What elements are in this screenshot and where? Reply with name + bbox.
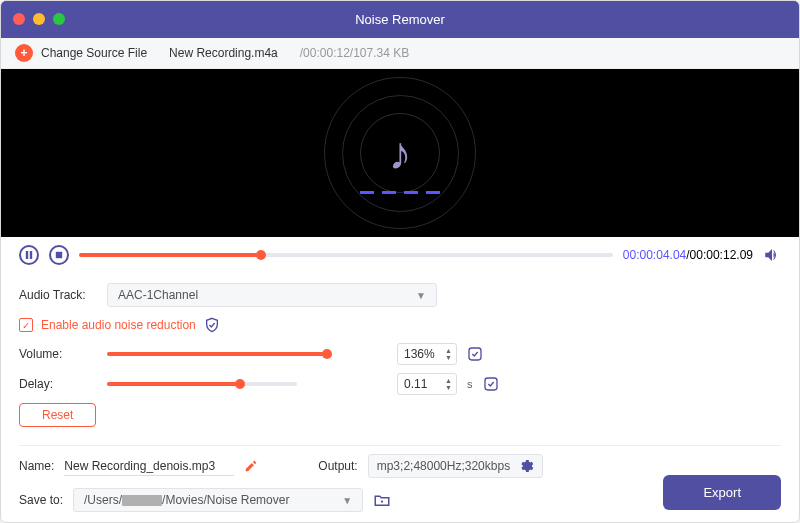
reset-row: Reset <box>19 403 781 427</box>
current-time: 00:00:04.04 <box>623 248 686 262</box>
seekbar-thumb[interactable] <box>256 250 266 260</box>
volume-apply-icon[interactable] <box>467 346 483 362</box>
delay-up-icon[interactable]: ▲ <box>445 377 452 384</box>
beat-dashes <box>360 191 440 194</box>
audio-track-select[interactable]: AAC-1Channel ▼ <box>107 283 437 307</box>
divider <box>19 445 781 446</box>
total-time: 00:00:12.09 <box>690 248 753 262</box>
audio-track-label: Audio Track: <box>19 288 97 302</box>
change-source-button[interactable]: + Change Source File <box>15 44 147 62</box>
volume-row: Volume: 136% ▲▼ <box>19 343 781 365</box>
source-filename: New Recording.m4a <box>169 46 278 60</box>
volume-down-icon[interactable]: ▼ <box>445 354 452 361</box>
delay-label: Delay: <box>19 377 97 391</box>
volume-up-icon[interactable]: ▲ <box>445 347 452 354</box>
output-format-value: mp3;2;48000Hz;320kbps <box>377 459 510 473</box>
chevron-down-icon: ▼ <box>416 290 426 301</box>
window-title: Noise Remover <box>1 12 799 27</box>
noise-reduction-checkbox[interactable]: ✓ <box>19 318 33 332</box>
source-bar: + Change Source File New Recording.m4a /… <box>1 38 799 69</box>
plus-icon: + <box>15 44 33 62</box>
window-close-button[interactable] <box>13 13 25 25</box>
audio-track-row: Audio Track: AAC-1Channel ▼ <box>19 283 781 307</box>
change-source-label: Change Source File <box>41 46 147 60</box>
app-window: Noise Remover + Change Source File New R… <box>0 0 800 523</box>
volume-slider-thumb[interactable] <box>322 349 332 359</box>
export-button[interactable]: Export <box>663 475 781 510</box>
output-name-input[interactable] <box>64 457 234 476</box>
playback-seekbar[interactable] <box>79 253 613 257</box>
delay-row: Delay: 0.11 ▲▼ s <box>19 373 781 395</box>
delay-slider[interactable] <box>107 382 297 386</box>
output-label: Output: <box>318 459 357 473</box>
titlebar: Noise Remover <box>1 1 799 38</box>
delay-stepper[interactable]: 0.11 ▲▼ <box>397 373 457 395</box>
reset-button[interactable]: Reset <box>19 403 96 427</box>
window-maximize-button[interactable] <box>53 13 65 25</box>
seekbar-fill <box>79 253 261 257</box>
svg-rect-2 <box>56 252 62 258</box>
save-path-value: /Users//Movies/Noise Remover <box>84 493 289 507</box>
playback-controls: 00:00:04.04/00:00:12.09 <box>1 237 799 271</box>
save-path-select[interactable]: /Users//Movies/Noise Remover ▼ <box>73 488 363 512</box>
svg-rect-1 <box>30 251 32 259</box>
playback-time: 00:00:04.04/00:00:12.09 <box>623 248 753 262</box>
pause-button[interactable] <box>19 245 39 265</box>
delay-slider-thumb[interactable] <box>235 379 245 389</box>
noise-reduction-label: Enable audio noise reduction <box>41 318 196 332</box>
output-panel: Name: Output: mp3;2;48000Hz;320kbps Save… <box>1 452 799 522</box>
delay-apply-icon[interactable] <box>483 376 499 392</box>
speaker-icon[interactable] <box>763 246 781 264</box>
volume-value: 136% <box>404 347 445 361</box>
output-format-chip[interactable]: mp3;2;48000Hz;320kbps <box>368 454 543 478</box>
delay-value: 0.11 <box>404 377 445 391</box>
svg-point-5 <box>381 500 383 502</box>
audio-preview: ♪ <box>1 69 799 237</box>
source-fileinfo: /00:00:12/107.34 KB <box>300 46 409 60</box>
volume-slider[interactable] <box>107 352 327 356</box>
music-note-icon: ♪ <box>389 126 412 180</box>
delay-unit: s <box>467 378 473 390</box>
svg-rect-3 <box>469 348 481 360</box>
name-label: Name: <box>19 459 54 473</box>
save-to-label: Save to: <box>19 493 63 507</box>
waveform-placeholder: ♪ <box>325 78 475 228</box>
volume-label: Volume: <box>19 347 97 361</box>
redacted-username <box>122 495 162 506</box>
window-minimize-button[interactable] <box>33 13 45 25</box>
gear-icon[interactable] <box>518 458 534 474</box>
svg-rect-0 <box>26 251 28 259</box>
noise-reduction-row: ✓ Enable audio noise reduction <box>19 317 781 333</box>
shield-check-icon <box>204 317 220 333</box>
audio-track-value: AAC-1Channel <box>118 288 198 302</box>
folder-open-icon[interactable] <box>373 491 391 509</box>
delay-down-icon[interactable]: ▼ <box>445 384 452 391</box>
volume-stepper[interactable]: 136% ▲▼ <box>397 343 457 365</box>
stop-button[interactable] <box>49 245 69 265</box>
settings-panel: Audio Track: AAC-1Channel ▼ ✓ Enable aud… <box>1 271 799 439</box>
pencil-icon[interactable] <box>244 459 258 473</box>
chevron-down-icon: ▼ <box>342 495 352 506</box>
window-controls <box>13 13 65 25</box>
svg-rect-4 <box>485 378 497 390</box>
